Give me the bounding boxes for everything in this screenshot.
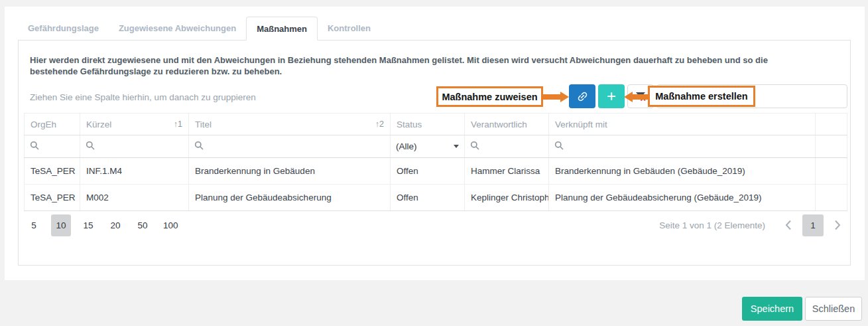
assign-measure-button[interactable] — [569, 84, 595, 108]
cell-verknuepft-mit: Planung der Gebäudeabsicherung (Gebäude_… — [549, 185, 816, 211]
cell-kuerzel: M002 — [80, 185, 189, 211]
cell-orgeh: TeSA_PER — [25, 158, 80, 185]
search-icon — [470, 141, 479, 150]
tab-content-panel: Hier werden direkt zugewiesene und mit d… — [18, 40, 851, 266]
filter-cell-empty — [816, 135, 847, 158]
search-icon — [30, 141, 39, 150]
column-header-verantwortlich[interactable]: Verantwortlich — [465, 114, 549, 135]
table-row[interactable]: TeSA_PER INF.1.M4 Branderkennung in Gebä… — [25, 158, 847, 185]
page-size-100[interactable]: 100 — [160, 214, 182, 236]
sort-indicator-icon: ↑2 — [375, 120, 384, 129]
callout-arrow-left-icon — [633, 94, 648, 100]
callout-assign-measure: Maßnahme zuweisen — [436, 86, 543, 107]
cell-empty — [816, 185, 847, 211]
tab-gefaehrdungslage[interactable]: Gefährdungslage — [18, 17, 109, 41]
description-text: Hier werden direkt zugewiesene und mit d… — [30, 55, 789, 77]
search-icon — [194, 141, 204, 150]
chevron-left-icon[interactable] — [780, 214, 797, 236]
column-header-verknuepft-mit[interactable]: Verknüpft mit — [549, 114, 816, 135]
cell-verantwortlich: Hammer Clarissa — [465, 158, 549, 185]
filter-row: (Alle) — [25, 135, 847, 158]
caret-down-icon — [454, 145, 459, 148]
cell-titel: Planung der Gebäudeabsicherung — [189, 185, 391, 211]
cell-verknuepft-mit: Branderkennung in Gebäuden (Gebäude_2019… — [549, 158, 816, 185]
cell-titel: Branderkennung in Gebäuden — [189, 158, 391, 185]
cell-status: Offen — [391, 158, 465, 185]
tab-massnahmen[interactable]: Maßnahmen — [246, 17, 318, 41]
filter-cell-verantwortlich[interactable] — [465, 135, 549, 158]
page-size-5[interactable]: 5 — [24, 214, 44, 236]
pager: 5 10 15 20 50 100 Seite 1 von 1 (2 Eleme… — [24, 214, 846, 236]
cell-verantwortlich: Keplinger Christoph — [465, 185, 549, 211]
dialog: Gefährdungslage Zugewiesene Abweichungen… — [5, 7, 865, 280]
page-size-50[interactable]: 50 — [133, 214, 153, 236]
create-measure-button[interactable]: + — [598, 84, 625, 108]
page-info-text: Seite 1 von 1 (2 Elemente) — [659, 220, 765, 230]
search-icon — [554, 141, 564, 150]
callout-arrow-right-icon — [543, 94, 560, 100]
callout-create-measure: Maßnahme erstellen — [648, 86, 755, 107]
page-number-button[interactable]: 1 — [802, 214, 824, 236]
plus-icon: + — [607, 84, 616, 108]
filter-cell-orgeh[interactable] — [25, 135, 80, 158]
page-size-15[interactable]: 15 — [78, 214, 98, 236]
chevron-right-icon[interactable] — [829, 214, 846, 236]
filter-cell-status[interactable]: (Alle) — [391, 135, 465, 158]
filter-cell-verknuepft-mit[interactable] — [549, 135, 816, 158]
filter-cell-titel[interactable] — [189, 135, 391, 158]
tab-bar: Gefährdungslage Zugewiesene Abweichungen… — [18, 17, 381, 41]
table-header-row: OrgEh Kürzel↑1 Titel↑2 Status Verantwort… — [25, 114, 847, 135]
link-icon — [574, 88, 591, 106]
cell-status: Offen — [391, 185, 465, 211]
measures-table: OrgEh Kürzel↑1 Titel↑2 Status Verantwort… — [24, 113, 847, 211]
callout-arrow-right-icon — [560, 92, 569, 102]
screen: Gefährdungslage Zugewiesene Abweichungen… — [0, 0, 868, 326]
save-button[interactable]: Speichern — [742, 297, 802, 321]
tab-zugewiesene-abweichungen[interactable]: Zugewiesene Abweichungen — [109, 17, 246, 41]
tab-kontrollen[interactable]: Kontrollen — [318, 17, 381, 41]
sort-indicator-icon: ↑1 — [174, 120, 182, 129]
cell-orgeh: TeSA_PER — [25, 185, 80, 211]
callout-arrow-left-icon — [624, 92, 633, 102]
cell-empty — [816, 158, 847, 185]
column-header-orgeh[interactable]: OrgEh — [25, 114, 80, 135]
column-header-kuerzel[interactable]: Kürzel↑1 — [80, 114, 189, 135]
page-size-20[interactable]: 20 — [105, 214, 125, 236]
search-icon — [86, 141, 95, 150]
filter-cell-kuerzel[interactable] — [80, 135, 189, 158]
column-header-empty — [816, 114, 847, 135]
close-button[interactable]: Schließen — [805, 297, 862, 321]
cell-kuerzel: INF.1.M4 — [80, 158, 189, 185]
table-row[interactable]: TeSA_PER M002 Planung der Gebäudeabsiche… — [25, 185, 847, 211]
status-filter-dropdown[interactable]: (Alle) — [396, 141, 459, 151]
page-size-10[interactable]: 10 — [51, 214, 71, 236]
column-header-status[interactable]: Status — [391, 114, 465, 135]
group-by-panel[interactable]: Ziehen Sie eine Spalte hierhin, um danac… — [30, 86, 256, 110]
column-header-titel[interactable]: Titel↑2 — [189, 114, 391, 135]
